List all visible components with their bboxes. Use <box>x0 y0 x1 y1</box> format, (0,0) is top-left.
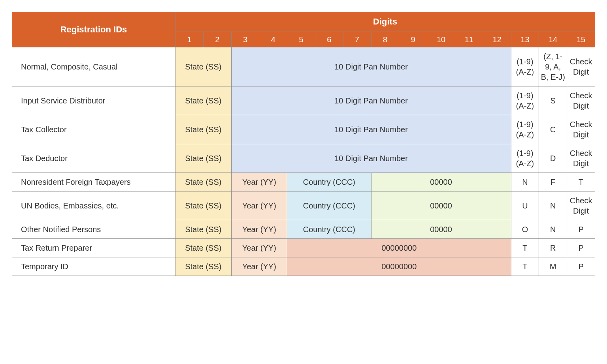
digit-col-11: 11 <box>455 32 483 47</box>
cell-d14: C <box>539 115 567 144</box>
digit-col-8: 8 <box>371 32 399 47</box>
registration-id-table: Registration IDs Digits 1 2 3 4 5 6 7 8 … <box>12 12 595 276</box>
cell-pan: 10 Digit Pan Number <box>231 86 511 115</box>
table-row: Input Service Distributor State (SS) 10 … <box>12 86 595 115</box>
table-row: Temporary ID State (SS) Year (YY) 000000… <box>12 257 595 276</box>
table-row: Normal, Composite, Casual State (SS) 10 … <box>12 47 595 86</box>
cell-d14: N <box>539 191 567 220</box>
digit-col-7: 7 <box>343 32 371 47</box>
row-label: UN Bodies, Embassies, etc. <box>12 191 175 220</box>
cell-d15: Check Digit <box>567 115 595 144</box>
digit-col-13: 13 <box>511 32 539 47</box>
cell-d13: (1-9) (A-Z) <box>511 115 539 144</box>
cell-d15: Check Digit <box>567 47 595 86</box>
cell-d15: P <box>567 257 595 276</box>
cell-d13: (1-9) (A-Z) <box>511 86 539 115</box>
cell-pan: 10 Digit Pan Number <box>231 144 511 173</box>
digit-col-14: 14 <box>539 32 567 47</box>
digit-col-4: 4 <box>259 32 287 47</box>
cell-d15: T <box>567 173 595 191</box>
cell-year: Year (YY) <box>231 220 287 238</box>
digit-col-12: 12 <box>483 32 511 47</box>
cell-d15: Check Digit <box>567 191 595 220</box>
cell-d13: T <box>511 257 539 276</box>
cell-state: State (SS) <box>175 115 232 144</box>
cell-d14: D <box>539 144 567 173</box>
cell-d14: N <box>539 220 567 238</box>
digit-col-9: 9 <box>399 32 427 47</box>
header-registration-ids: Registration IDs <box>12 12 175 47</box>
cell-d14: F <box>539 173 567 191</box>
cell-d14: (Z, 1-9, A, B, E-J) <box>539 47 567 86</box>
cell-state: State (SS) <box>175 173 232 191</box>
cell-year: Year (YY) <box>231 173 287 191</box>
row-label: Normal, Composite, Casual <box>12 47 175 86</box>
row-label: Tax Deductor <box>12 144 175 173</box>
digit-col-3: 3 <box>231 32 259 47</box>
digit-col-1: 1 <box>175 32 204 47</box>
digit-col-6: 6 <box>315 32 343 47</box>
cell-pan: 10 Digit Pan Number <box>231 47 511 86</box>
row-label: Nonresident Foreign Taxpayers <box>12 173 175 191</box>
cell-country: Country (CCC) <box>287 191 371 220</box>
table-row: Nonresident Foreign Taxpayers State (SS)… <box>12 173 595 191</box>
cell-00000000: 00000000 <box>287 257 511 276</box>
digit-col-15: 15 <box>567 32 595 47</box>
cell-00000000: 00000000 <box>287 238 511 257</box>
cell-d15: P <box>567 238 595 257</box>
row-label: Input Service Distributor <box>12 86 175 115</box>
cell-d14: S <box>539 86 567 115</box>
header-digits: Digits <box>175 12 595 32</box>
cell-year: Year (YY) <box>231 257 287 276</box>
cell-00000: 00000 <box>371 220 511 238</box>
cell-state: State (SS) <box>175 220 232 238</box>
row-label: Tax Collector <box>12 115 175 144</box>
cell-d13: O <box>511 220 539 238</box>
table-row: Tax Return Preparer State (SS) Year (YY)… <box>12 238 595 257</box>
cell-00000: 00000 <box>371 191 511 220</box>
cell-pan: 10 Digit Pan Number <box>231 115 511 144</box>
cell-d14: R <box>539 238 567 257</box>
digit-col-5: 5 <box>287 32 315 47</box>
cell-00000: 00000 <box>371 173 511 191</box>
cell-d15: Check Digit <box>567 86 595 115</box>
cell-d15: P <box>567 220 595 238</box>
cell-country: Country (CCC) <box>287 173 371 191</box>
row-label: Temporary ID <box>12 257 175 276</box>
cell-year: Year (YY) <box>231 238 287 257</box>
cell-d15: Check Digit <box>567 144 595 173</box>
table-row: UN Bodies, Embassies, etc. State (SS) Ye… <box>12 191 595 220</box>
cell-country: Country (CCC) <box>287 220 371 238</box>
table-row: Tax Deductor State (SS) 10 Digit Pan Num… <box>12 144 595 173</box>
cell-state: State (SS) <box>175 144 232 173</box>
cell-state: State (SS) <box>175 47 232 86</box>
table-row: Other Notified Persons State (SS) Year (… <box>12 220 595 238</box>
row-label: Other Notified Persons <box>12 220 175 238</box>
table-row: Tax Collector State (SS) 10 Digit Pan Nu… <box>12 115 595 144</box>
cell-state: State (SS) <box>175 238 232 257</box>
cell-d14: M <box>539 257 567 276</box>
cell-state: State (SS) <box>175 191 232 220</box>
cell-state: State (SS) <box>175 86 232 115</box>
digit-col-10: 10 <box>427 32 455 47</box>
row-label: Tax Return Preparer <box>12 238 175 257</box>
cell-d13: U <box>511 191 539 220</box>
cell-d13: (1-9) (A-Z) <box>511 47 539 86</box>
cell-d13: (1-9) (A-Z) <box>511 144 539 173</box>
cell-year: Year (YY) <box>231 191 287 220</box>
cell-d13: T <box>511 238 539 257</box>
cell-d13: N <box>511 173 539 191</box>
digit-col-2: 2 <box>203 32 231 47</box>
cell-state: State (SS) <box>175 257 232 276</box>
